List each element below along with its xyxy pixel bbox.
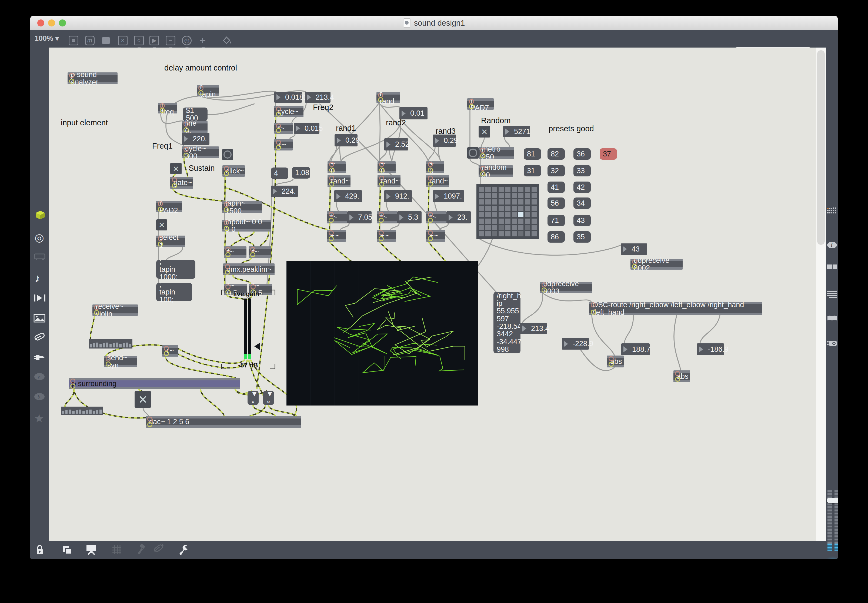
r-rand[interactable]: r rand [376, 92, 400, 103]
matrix-cell[interactable] [525, 193, 530, 198]
186-9[interactable]: -186.9 [697, 343, 724, 355]
preset-32[interactable]: 32 [548, 165, 565, 176]
abs-b[interactable]: abs [673, 370, 690, 382]
r-tapin[interactable]: r tapin [197, 85, 219, 96]
layers-icon[interactable] [62, 545, 72, 554]
projector-icon[interactable] [827, 340, 837, 347]
188-7[interactable]: 188.7 [621, 343, 650, 355]
matrix-cell[interactable] [479, 225, 484, 230]
plus-sig-r1[interactable]: +~ [327, 230, 346, 242]
5-3[interactable]: 5.3 [397, 211, 422, 223]
matrix-cell[interactable] [485, 225, 490, 230]
num-43[interactable]: 43 [621, 243, 647, 255]
matrix-cell[interactable] [492, 199, 497, 204]
line-0[interactable]: line 0. [182, 121, 207, 133]
r-pad7[interactable]: r PAD7 [467, 98, 494, 110]
preset-35[interactable]: 35 [574, 231, 591, 243]
abs-a[interactable]: abs [607, 356, 624, 367]
times-sig-b[interactable]: *~ [249, 246, 271, 258]
select-1[interactable]: select 1 [156, 236, 185, 247]
rand-a[interactable]: rand~ [328, 175, 351, 187]
toggle-pad2[interactable]: × [156, 220, 167, 230]
matrix-cell[interactable] [518, 193, 523, 198]
note-icon[interactable]: ♪ [35, 272, 40, 285]
matrix-cell[interactable] [479, 199, 484, 204]
plug-icon[interactable] [34, 353, 45, 362]
matrix-cell[interactable] [525, 212, 530, 218]
matrix-cell[interactable] [479, 212, 484, 218]
preset-34[interactable]: 34 [574, 198, 591, 209]
matrix-cell[interactable] [532, 218, 537, 224]
msg-right-h[interactable]: /right_h ip 55.955 597 -218.54 3442 -34.… [494, 292, 520, 353]
matrix-cell[interactable] [505, 199, 510, 204]
image-icon[interactable] [34, 314, 45, 323]
matrix-cell[interactable] [498, 193, 504, 198]
rand-c[interactable]: rand~ [426, 175, 449, 187]
matrix-cell[interactable] [498, 199, 504, 204]
cycle-300[interactable]: cycle~ 300 [182, 147, 219, 158]
matrix-cell[interactable] [518, 212, 523, 218]
times-sig-r3[interactable]: *~ [426, 211, 446, 223]
213-4[interactable]: 213.4 [305, 92, 331, 103]
matrix-cell[interactable] [479, 206, 484, 211]
list-icon[interactable] [827, 291, 837, 298]
times-sig-r2[interactable]: *~ [377, 211, 397, 223]
toggle-random[interactable]: × [478, 126, 490, 138]
preset-37[interactable]: 37 [600, 148, 617, 160]
matrix-cell[interactable] [479, 231, 484, 237]
random-90[interactable]: random 90 [478, 165, 513, 177]
zoom-level-control[interactable]: 100% ▾ [35, 34, 59, 43]
matrix-cell[interactable] [525, 231, 530, 237]
matrix-cell[interactable] [485, 212, 490, 218]
slider-handle[interactable] [827, 498, 838, 503]
b-circle-icon[interactable]: b [34, 393, 45, 400]
gate[interactable]: gate~ [170, 177, 193, 189]
times-sig-r1[interactable]: *~ [327, 211, 347, 223]
matrix-cell[interactable] [512, 206, 517, 211]
matrix-cell[interactable] [485, 187, 490, 192]
plus-0-c[interactable]: + 0. [426, 161, 444, 173]
tapin-100[interactable]: ; tapin 100; [156, 283, 192, 301]
rings-icon[interactable]: ◎ [35, 231, 44, 244]
p-surrounding[interactable]: p surrounding [69, 378, 240, 389]
num-213-4-b[interactable]: 213.4 [520, 323, 547, 334]
umenu-b[interactable]: ▼ ∘ [263, 391, 274, 405]
matrix-cell[interactable] [525, 187, 530, 192]
matrix-cell[interactable] [532, 187, 537, 192]
p-sound-analyzer[interactable]: p sound analyzer [68, 73, 118, 84]
rand-b[interactable]: rand~ [378, 175, 401, 187]
matrix-cell[interactable] [479, 218, 484, 224]
matrix-cell[interactable] [498, 218, 504, 224]
preset-36[interactable]: 36 [574, 148, 591, 160]
224[interactable]: 224. [271, 186, 298, 197]
wrench-icon[interactable] [178, 544, 189, 555]
num-rand2[interactable]: 2.52 [384, 138, 408, 150]
title-bar[interactable]: sound design1 [30, 15, 838, 31]
osc-route-right-elbow-left-elbow-right-h[interactable]: OSC-route /right_elbow /left_elbow /righ… [589, 302, 762, 315]
matrix-cell[interactable] [512, 231, 517, 237]
vertical-scrollbar[interactable] [816, 48, 826, 541]
slider-icon[interactable]: − [166, 36, 175, 45]
matrix-cell[interactable] [485, 199, 490, 204]
matrix-cell[interactable] [505, 225, 510, 230]
umenu-a[interactable]: ▼ ∘ [248, 391, 258, 405]
matrix-cell[interactable] [485, 218, 490, 224]
keyboard-grid-icon[interactable] [827, 207, 837, 214]
paperclip-add-icon[interactable] [152, 544, 164, 555]
preset-42[interactable]: 42 [574, 182, 591, 193]
matrix-cell[interactable] [498, 212, 504, 218]
0-0181[interactable]: 0.0181 [274, 92, 302, 103]
preset-71[interactable]: 71 [548, 215, 565, 226]
220[interactable]: 220. [182, 133, 209, 145]
info-icon[interactable]: i [827, 241, 837, 249]
preset-86[interactable]: 86 [548, 231, 565, 243]
matrix-cell[interactable] [532, 231, 537, 237]
matrix-cell[interactable] [525, 206, 530, 211]
tapin-1000[interactable]: ; tapin 1000; [156, 260, 195, 279]
matrix-cell[interactable] [525, 199, 530, 204]
1097[interactable]: 1097. [433, 190, 464, 203]
tapout-0-0-0-0[interactable]: tapout~ 0 0 0 0 [222, 220, 271, 232]
matrix-cell[interactable] [498, 225, 504, 230]
num-rand1[interactable]: 0.29 [334, 134, 357, 147]
matrix-cell[interactable] [512, 187, 517, 192]
